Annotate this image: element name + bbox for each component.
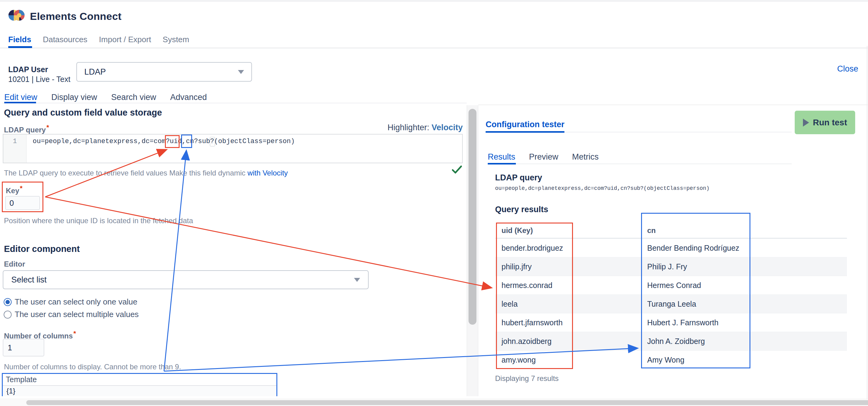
section-heading-editor-component: Editor component — [4, 244, 80, 254]
required-asterisk: * — [73, 329, 76, 337]
main-navigation: Fields Datasources Import / Export Syste… — [8, 35, 189, 44]
nav-item-system[interactable]: System — [163, 35, 189, 44]
number-of-columns-help: Number of columns to display. Cannot be … — [4, 362, 181, 371]
ldap-query-label: LDAP query* — [4, 123, 49, 134]
tab-search-view[interactable]: Search view — [111, 93, 156, 102]
view-tabs: Edit view Display view Search view Advan… — [4, 93, 207, 102]
cn-column-annotation-box — [641, 213, 750, 368]
elements-connect-logo-icon — [8, 7, 25, 24]
valid-check-icon — [452, 165, 462, 174]
editor-gutter: 1 — [3, 135, 27, 163]
panel-right-border — [867, 46, 867, 399]
radio-select-multiple-values: The user can select multiple values — [4, 310, 139, 319]
horizontal-scrollbar-thumb[interactable] — [26, 400, 868, 405]
highlighter-row: Highlighter: Velocity — [388, 123, 463, 133]
radio-multi-label: The user can select multiple values — [15, 310, 139, 319]
run-test-button[interactable]: Run test — [795, 111, 855, 134]
tab-edit-view[interactable]: Edit view — [4, 93, 37, 102]
window-top-edge — [0, 0, 868, 2]
run-test-label: Run test — [813, 118, 847, 127]
section-heading-query-storage: Query and custom field value storage — [4, 108, 162, 118]
radio-one-label: The user can select only one value — [15, 297, 137, 307]
field-name: LDAP User — [8, 65, 48, 74]
close-button[interactable]: Close — [837, 64, 858, 74]
uid-column-annotation-box — [496, 223, 573, 369]
number-of-columns-input[interactable]: 1 — [3, 339, 44, 356]
key-input[interactable]: 0 — [5, 196, 40, 210]
radio-button-checked[interactable] — [4, 298, 11, 306]
editor-label: Editor — [4, 260, 25, 268]
ldap-query-code: ou=people,dc=planetexpress,dc=com?uid,cn… — [33, 138, 295, 145]
with-velocity-link[interactable]: with Velocity — [247, 169, 288, 177]
tab-display-view[interactable]: Display view — [51, 93, 97, 102]
radio-button-unchecked[interactable] — [4, 311, 11, 319]
nav-item-fields[interactable]: Fields — [8, 35, 31, 44]
tab-preview[interactable]: Preview — [529, 152, 558, 162]
blue-arrow-template-to-cn — [164, 151, 186, 371]
configuration-tester-tab[interactable]: Configuration tester — [486, 120, 564, 129]
editor-select-value: Select list — [11, 275, 47, 285]
vertical-scrollbar-thumb[interactable] — [468, 109, 476, 325]
chevron-down-icon — [238, 70, 244, 74]
template-input[interactable]: {1} — [3, 385, 276, 396]
tester-panel-divider — [478, 105, 868, 105]
key-label: Key* — [6, 184, 23, 195]
ldap-query-help: The LDAP query to execute to retrieve fi… — [4, 169, 288, 177]
ldap-query-editor[interactable]: 1 ou=people,dc=planetexpress,dc=com?uid,… — [3, 134, 463, 163]
field-meta: 10201 | Live - Text — [8, 75, 70, 84]
tab-results[interactable]: Results — [488, 152, 515, 162]
tab-metrics[interactable]: Metrics — [572, 152, 599, 162]
tab-advanced[interactable]: Advanced — [170, 93, 207, 102]
tester-tabs-active-underline — [488, 163, 516, 165]
key-annotation-box: Key* 0 — [2, 182, 43, 212]
editor-select[interactable]: Select list — [3, 270, 369, 289]
tester-tabs-rule — [516, 164, 792, 164]
template-annotation-box: Template {1} — [2, 373, 277, 396]
nav-item-import-export[interactable]: Import / Export — [99, 35, 151, 44]
chevron-down-icon — [354, 278, 360, 282]
tester-heading-underline — [486, 131, 564, 133]
play-icon — [803, 119, 809, 126]
app-title: Elements Connect — [30, 10, 122, 22]
tester-ldap-query-value: ou=people,dc=planetexpress,dc=com?uid,cn… — [495, 185, 710, 192]
view-tabs-divider — [2, 103, 467, 103]
matching-bracket-highlight — [210, 137, 215, 146]
nav-item-datasources[interactable]: Datasources — [43, 35, 87, 44]
datasource-select-value: LDAP — [84, 67, 106, 77]
uid-annotation-box — [165, 135, 180, 148]
view-tabs-active-underline — [4, 102, 36, 103]
cn-annotation-box — [181, 135, 192, 148]
radio-select-one-value: The user can select only one value — [4, 297, 137, 307]
required-asterisk: * — [20, 184, 23, 192]
nav-active-underline — [8, 46, 32, 48]
datasource-select[interactable]: LDAP — [76, 62, 252, 82]
nav-divider — [0, 48, 868, 48]
query-results-heading: Query results — [495, 205, 548, 214]
highlighter-label: Highlighter: — [388, 123, 429, 132]
tester-ldap-query-heading: LDAP query — [495, 173, 542, 182]
key-help: Position where the unique ID is located … — [4, 216, 193, 225]
highlighter-value-link[interactable]: Velocity — [432, 123, 463, 132]
template-label: Template — [6, 375, 37, 384]
results-count: Displaying 7 results — [495, 374, 559, 383]
tester-tabs: Results Preview Metrics — [488, 152, 599, 162]
required-asterisk: * — [46, 123, 49, 131]
tester-heading-rule — [564, 132, 792, 133]
